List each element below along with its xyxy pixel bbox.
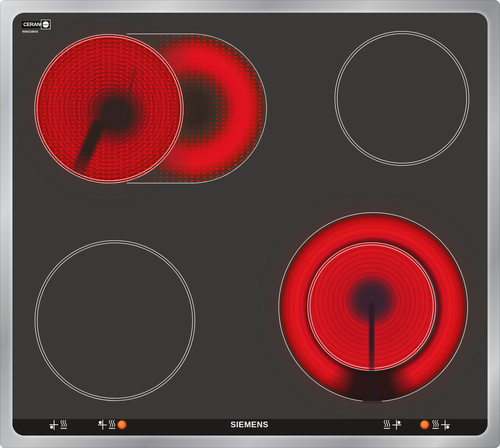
zone-position-cross-dot-bottom-left-icon xyxy=(49,420,58,430)
residual-heat-icon xyxy=(108,420,116,430)
zone-position-cross-dot-top-left-icon xyxy=(98,420,107,430)
cooking-zone-bottom-left xyxy=(35,240,195,401)
cooking-zone-top-left xyxy=(34,34,183,183)
residual-heat-icon xyxy=(432,420,439,430)
residual-heat-icon xyxy=(383,420,391,430)
zone-position-cross-dot-top-right-icon xyxy=(392,420,401,430)
residual-heat-icon xyxy=(60,420,67,430)
cooktop-photo: CERAN® SCHOTT 9000228043 SIEMENS xyxy=(0,0,500,448)
siemens-logo: SIEMENS xyxy=(211,420,288,429)
power-indicator-light-top-left xyxy=(118,421,126,429)
cooking-zone-top-right xyxy=(335,31,469,166)
power-indicator-light-bottom-right xyxy=(421,421,429,429)
heating-element-wire xyxy=(123,68,136,120)
schott-label: SCHOTT xyxy=(41,24,50,26)
zone-position-cross-dot-bottom-right-icon xyxy=(441,420,450,430)
heating-element-stem xyxy=(69,117,107,180)
heating-element-stem xyxy=(369,302,374,372)
serial-number: 9000228043 xyxy=(22,30,38,33)
schott-emblem-icon: SCHOTT xyxy=(41,20,50,29)
